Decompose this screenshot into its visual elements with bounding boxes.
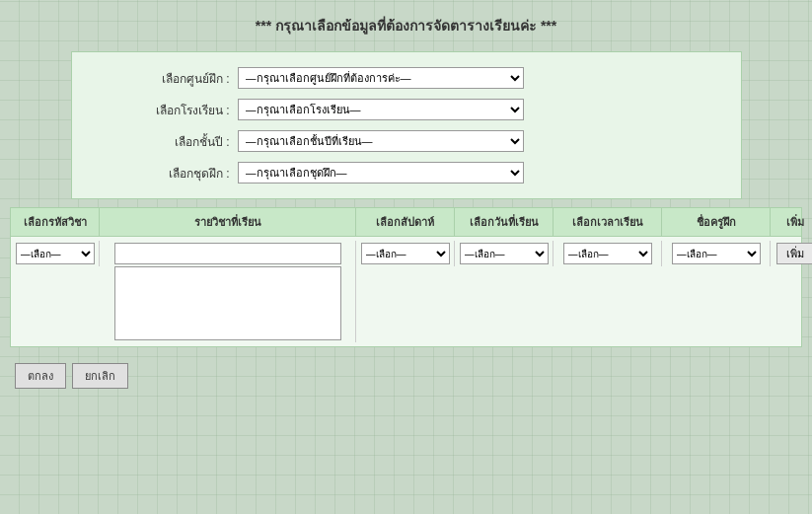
subject-list-wrapper bbox=[114, 243, 341, 340]
day-select[interactable]: —เลือก— bbox=[460, 243, 549, 264]
add-button[interactable]: เพิ่ม bbox=[776, 243, 812, 264]
form-row-year: เลือกชั้นปี : —กรุณาเลือกชั้นปีที่เรียน— bbox=[92, 130, 721, 152]
th-weekday: เลือกสัปดาห์ bbox=[356, 208, 455, 236]
th-subject-code: เลือกรหัสวิชา bbox=[11, 208, 100, 236]
page-title: *** กรุณาเลือกข้อมูลที่ต้องการจัดตารางเร… bbox=[10, 10, 802, 41]
td-teacher: —เลือก— bbox=[662, 241, 771, 266]
form-row-center: เลือกศูนย์ฝึก : —กรุณาเลือกศูนย์ฝึกที่ต้… bbox=[92, 67, 721, 89]
center-select[interactable]: —กรุณาเลือกศูนย์ฝึกที่ต้องการค่ะ— bbox=[238, 67, 524, 89]
td-day: —เลือก— bbox=[455, 241, 554, 266]
year-select[interactable]: —กรุณาเลือกชั้นปีที่เรียน— bbox=[238, 130, 524, 152]
confirm-button[interactable]: ตกลง bbox=[15, 363, 66, 389]
td-weekday: —เลือก— bbox=[356, 241, 455, 266]
bottom-table-section: เลือกรหัสวิชา รายวิชาที่เรียน เลือกสัปดา… bbox=[10, 207, 802, 347]
school-select[interactable]: —กรุณาเลือกโรงเรียน— bbox=[238, 99, 524, 120]
subject-code-select[interactable]: —เลือก— bbox=[16, 243, 95, 264]
table-row: —เลือก— —เลือก— —เลือก— bbox=[11, 237, 801, 346]
bottom-buttons: ตกลง ยกเลิก bbox=[10, 355, 802, 397]
weekday-select[interactable]: —เลือก— bbox=[361, 243, 450, 264]
th-time: เลือกเวลาเรียน bbox=[554, 208, 662, 236]
th-teacher: ชื่อครูฝึก bbox=[662, 208, 771, 236]
form-row-batch: เลือกชุดฝึก : —กรุณาเลือกชุดฝึก— bbox=[92, 162, 721, 184]
td-subject-code: —เลือก— bbox=[11, 241, 100, 266]
teacher-select[interactable]: —เลือก— bbox=[672, 243, 761, 264]
cancel-button[interactable]: ยกเลิก bbox=[72, 363, 128, 389]
th-subject-list: รายวิชาที่เรียน bbox=[100, 208, 356, 236]
center-label: เลือกศูนย์ฝึก : bbox=[92, 69, 230, 88]
th-day: เลือกวันที่เรียน bbox=[455, 208, 554, 236]
form-row-school: เลือกโรงเรียน : —กรุณาเลือกโรงเรียน— bbox=[92, 99, 721, 120]
time-select[interactable]: —เลือก— bbox=[563, 243, 652, 264]
batch-label: เลือกชุดฝึก : bbox=[92, 164, 230, 183]
td-subject-list bbox=[100, 241, 356, 342]
subject-list-input[interactable] bbox=[114, 243, 341, 264]
th-add: เพิ่ม bbox=[771, 208, 812, 236]
school-label: เลือกโรงเรียน : bbox=[92, 101, 230, 119]
page-container: *** กรุณาเลือกข้อมูลที่ต้องการจัดตารางเร… bbox=[0, 0, 812, 514]
table-header-row: เลือกรหัสวิชา รายวิชาที่เรียน เลือกสัปดา… bbox=[11, 208, 801, 237]
batch-select[interactable]: —กรุณาเลือกชุดฝึก— bbox=[238, 162, 524, 184]
td-time: —เลือก— bbox=[554, 241, 662, 266]
year-label: เลือกชั้นปี : bbox=[92, 132, 230, 151]
top-form-section: เลือกศูนย์ฝึก : —กรุณาเลือกศูนย์ฝึกที่ต้… bbox=[71, 51, 742, 199]
subject-list-textarea[interactable] bbox=[114, 266, 341, 340]
td-add: เพิ่ม bbox=[771, 241, 812, 266]
